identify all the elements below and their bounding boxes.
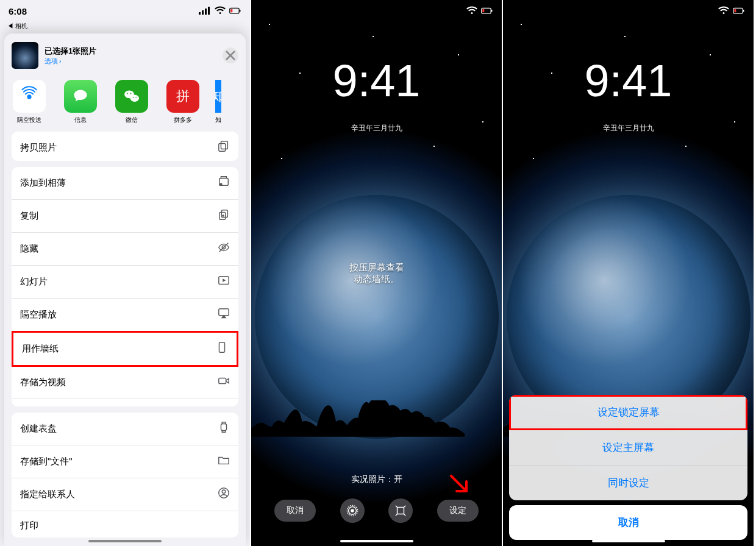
actions-list[interactable]: 拷贝照片 添加到相薄 复制 隐藏 幻灯片 隔空播放 用作墙纸 存储为视频 拷贝 …: [4, 132, 246, 546]
battery-icon: [229, 5, 241, 17]
wifi-icon: [214, 5, 226, 17]
svg-rect-37: [734, 9, 736, 12]
add-to-album-action[interactable]: 添加到相薄: [12, 167, 238, 200]
save-to-files-action[interactable]: 存储到"文件": [12, 445, 238, 478]
perspective-icon: [394, 505, 407, 517]
use-as-wallpaper-action[interactable]: 用作墙纸: [12, 331, 238, 367]
copy-action[interactable]: 复制: [12, 200, 238, 233]
copy-photo-icon: [218, 140, 230, 152]
copy-icon: [218, 208, 230, 221]
messages-app[interactable]: 信息: [62, 80, 99, 124]
lock-lunar: 辛丑年三月廿九: [503, 123, 754, 133]
status-icons: [199, 5, 241, 17]
svg-rect-30: [482, 9, 484, 12]
icloud-link-action[interactable]: 拷贝 iCloud 链接: [12, 399, 238, 406]
wifi-icon: [466, 5, 478, 17]
airdrop-icon: [18, 85, 40, 107]
bottom-controls: 取消 设定: [251, 498, 502, 523]
svg-rect-29: [491, 10, 493, 12]
share-sheet: 已选择1张照片 选项› 隔空投送 信息: [4, 34, 246, 546]
home-indicator[interactable]: [592, 540, 665, 542]
home-indicator[interactable]: [340, 540, 413, 542]
person-icon: [218, 487, 230, 499]
live-photo-status: 实况照片：开: [251, 474, 502, 485]
svg-rect-25: [221, 424, 226, 430]
home-indicator[interactable]: [88, 540, 162, 542]
set-lock-screen-option[interactable]: 设定锁定屏幕: [509, 395, 747, 430]
options-link[interactable]: 选项›: [45, 57, 223, 66]
lock-time: 9:41: [503, 58, 754, 104]
status-icons: [466, 5, 493, 17]
print-action[interactable]: 打印: [12, 511, 238, 537]
perspective-toggle[interactable]: [388, 498, 413, 523]
watch-icon: [218, 421, 230, 433]
svg-rect-22: [219, 309, 229, 316]
lock-lunar: 辛丑年三月廿九: [251, 123, 502, 133]
svg-rect-24: [219, 378, 226, 383]
set-button[interactable]: 设定: [437, 500, 479, 522]
phone-icon: [216, 341, 228, 353]
svg-rect-6: [230, 9, 232, 12]
video-icon: [218, 375, 230, 387]
wallpaper-action-sheet: 设定锁定屏幕 设定主屏幕 同时设定 取消: [509, 395, 747, 540]
create-watch-face-action[interactable]: 创建表盘: [12, 413, 238, 445]
sheet-title: 已选择1张照片: [45, 46, 223, 57]
message-icon: [71, 87, 90, 105]
svg-rect-0: [199, 12, 201, 15]
assign-to-contact-action[interactable]: 指定给联系人: [12, 478, 238, 511]
svg-rect-1: [202, 10, 204, 15]
album-icon: [218, 176, 230, 188]
back-to-app[interactable]: ◀ 相机: [0, 22, 250, 34]
status-bar: [503, 0, 754, 22]
svg-point-27: [222, 490, 225, 493]
save-as-video-action[interactable]: 存储为视频: [12, 366, 238, 399]
set-home-screen-option[interactable]: 设定主屏幕: [509, 430, 747, 466]
wechat-app[interactable]: 微信: [113, 80, 151, 124]
airplay-action[interactable]: 隔空播放: [12, 299, 238, 332]
svg-rect-23: [219, 342, 224, 352]
slideshow-action[interactable]: 幻灯片: [12, 266, 238, 299]
svg-point-11: [130, 93, 131, 94]
svg-rect-15: [219, 143, 226, 151]
battery-icon: [733, 5, 745, 17]
status-bar: [251, 0, 502, 22]
silhouettes: [251, 400, 502, 437]
svg-point-12: [133, 97, 134, 98]
svg-rect-34: [398, 508, 404, 514]
cancel-button[interactable]: 取消: [274, 500, 316, 522]
svg-rect-18: [221, 210, 227, 218]
svg-rect-5: [240, 10, 241, 12]
hide-action[interactable]: 隐藏: [12, 233, 238, 266]
svg-rect-3: [208, 7, 210, 15]
svg-point-17: [219, 183, 223, 186]
svg-rect-14: [221, 141, 227, 149]
play-icon: [218, 274, 230, 286]
folder-icon: [218, 454, 230, 466]
copy-photo-action[interactable]: 拷贝照片: [12, 132, 238, 161]
status-bar: 6:08: [0, 0, 250, 22]
signal-icon: [199, 5, 211, 17]
battery-icon: [481, 5, 493, 17]
close-button[interactable]: [223, 48, 238, 63]
live-photo-hint: 按压屏幕查看动态墙纸。: [251, 262, 502, 285]
photo-thumbnail: [12, 42, 38, 69]
share-apps-row[interactable]: 隔空投送 信息 微信 拼 拼多多 知 知: [4, 76, 246, 132]
status-time: 6:08: [9, 6, 27, 16]
live-icon: [346, 505, 358, 517]
cancel-button[interactable]: 取消: [509, 505, 747, 540]
wifi-icon: [718, 5, 730, 17]
svg-point-31: [351, 509, 354, 512]
close-icon: [224, 49, 237, 62]
live-toggle[interactable]: [340, 498, 365, 523]
status-icons: [718, 5, 745, 17]
airdrop-app[interactable]: 隔空投送: [10, 80, 48, 124]
svg-point-10: [127, 93, 128, 94]
svg-point-9: [130, 94, 139, 102]
wechat-icon: [122, 87, 141, 106]
svg-rect-36: [743, 10, 744, 12]
svg-point-13: [135, 97, 137, 98]
zhihu-app[interactable]: 知 知: [215, 80, 221, 124]
set-both-option[interactable]: 同时设定: [509, 466, 747, 500]
lock-time: 9:41: [251, 58, 502, 104]
pdd-app[interactable]: 拼 拼多多: [164, 80, 202, 124]
